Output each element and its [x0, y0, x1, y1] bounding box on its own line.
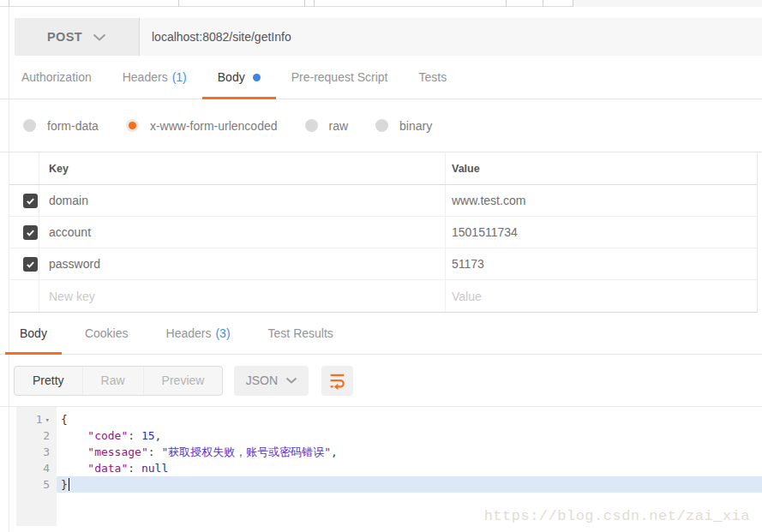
param-value-cell[interactable]: 51173 [446, 248, 757, 279]
params-table: Key Value domainwww.test.comaccount15015… [9, 152, 758, 313]
row-check-cell [9, 248, 39, 279]
wrap-lines-button[interactable] [321, 366, 353, 396]
body-mode-form-data[interactable]: form-data [23, 119, 99, 133]
response-toolbar: PrettyRawPreview JSON [0, 355, 762, 407]
tab-label: Pre-request Script [291, 70, 388, 84]
code-line-text: { [57, 411, 762, 427]
request-tab-body[interactable]: Body [202, 56, 276, 99]
code-line: 2 "code": 15, [0, 427, 762, 444]
request-tabs: AuthorizationHeaders(1)BodyPre-request S… [0, 56, 762, 99]
unsaved-dot-icon [253, 74, 261, 81]
fold-caret-icon[interactable]: ▾ [45, 415, 50, 424]
table-row: account1501511734 [9, 217, 757, 248]
row-check-cell [9, 217, 39, 248]
checkmark-icon [25, 195, 36, 206]
table-header-row: Key Value [9, 152, 757, 185]
method-selector[interactable]: POST [15, 18, 140, 56]
request-tab-pre-request-script[interactable]: Pre-request Script [276, 56, 404, 99]
text-cursor [69, 478, 69, 491]
row-checkbox[interactable] [23, 225, 38, 240]
line-number-text: 1 [36, 413, 43, 426]
token-p: , [155, 429, 162, 442]
radio-label: binary [399, 119, 432, 133]
tab-divider [9, 0, 9, 7]
token-n: 15 [141, 429, 155, 442]
line-number-text: 4 [43, 462, 50, 475]
code-line: 4 "data": null [0, 460, 762, 476]
request-tab-authorization[interactable]: Authorization [6, 56, 107, 99]
code-lines: 1▾{2 "code": 15,3 "message": "获取授权失败，账号或… [0, 407, 762, 493]
value-column-header: Value [446, 152, 757, 184]
line-number-text: 2 [43, 429, 50, 442]
row-checkbox[interactable] [23, 194, 38, 208]
tab-label: Body [218, 70, 245, 84]
body-mode-x-www-form-urlencoded[interactable]: x-www-form-urlencoded [126, 119, 278, 133]
body-mode-binary[interactable]: binary [375, 119, 432, 133]
response-tab-test-results[interactable]: Test Results [254, 313, 348, 354]
new-value-input[interactable]: Value [446, 280, 757, 312]
url-text: localhost:8082/site/getInfo [152, 30, 291, 44]
watermark-text: https://blog.csdn.net/zai_xia [484, 508, 750, 524]
tab-count-badge: (3) [215, 326, 230, 340]
new-value-placeholder: Value [452, 290, 482, 303]
code-line-text: } [57, 476, 762, 493]
tab-label: Headers [166, 326, 212, 340]
response-tabs: BodyCookiesHeaders(3)Test Results [0, 313, 762, 355]
param-value-cell[interactable]: www.test.com [446, 185, 757, 216]
new-key-placeholder: New key [49, 290, 95, 303]
tab-divider [506, 0, 507, 7]
token-s: "获取授权失败，账号或密码错误" [161, 445, 331, 460]
line-number: 3 [16, 444, 57, 460]
request-url-bar: POST localhost:8082/site/getInfo [15, 18, 762, 56]
method-label: POST [47, 30, 82, 44]
view-mode-preview[interactable]: Preview [143, 367, 223, 395]
tab-label: Test Results [268, 326, 333, 340]
url-input[interactable]: localhost:8082/site/getInfo [140, 18, 762, 56]
tab-divider [573, 0, 573, 7]
radio-icon [305, 119, 318, 132]
row-checkbox[interactable] [23, 257, 38, 272]
chevron-down-icon [93, 33, 106, 41]
token-p: : [128, 462, 141, 475]
radio-label: raw [329, 119, 349, 133]
code-line: 3 "message": "获取授权失败，账号或密码错误", [0, 444, 762, 460]
request-tab-tests[interactable]: Tests [404, 56, 463, 99]
token-p: : [128, 429, 141, 442]
token-k: "code" [87, 429, 128, 442]
body-mode-raw[interactable]: raw [305, 119, 349, 133]
token-p: } [61, 478, 68, 491]
request-tab-headers[interactable]: Headers(1) [107, 56, 202, 99]
tab-divider [543, 0, 543, 7]
token-p: { [61, 413, 68, 426]
param-key-cell[interactable]: account [39, 217, 446, 248]
header-check-cell [9, 152, 39, 184]
body-mode-selector: form-datax-www-form-urlencodedrawbinary [0, 99, 762, 152]
view-mode-group: PrettyRawPreview [14, 366, 223, 396]
new-key-input[interactable]: New key [39, 280, 446, 312]
format-label: JSON [246, 374, 278, 387]
tab-divider [314, 0, 315, 7]
tab-count-badge: (1) [172, 70, 187, 84]
view-mode-raw[interactable]: Raw [82, 367, 143, 395]
tab-label: Headers [123, 70, 168, 84]
tab-label: Tests [419, 70, 447, 84]
response-tab-headers[interactable]: Headers(3) [152, 313, 245, 354]
param-value-cell[interactable]: 1501511734 [446, 217, 757, 248]
format-dropdown[interactable]: JSON [234, 366, 309, 396]
key-column-header: Key [39, 152, 446, 184]
param-key-cell[interactable]: domain [39, 185, 446, 216]
token-p: , [331, 445, 338, 458]
param-key-cell[interactable]: password [39, 248, 446, 279]
token-p [61, 462, 87, 475]
view-mode-pretty[interactable]: Pretty [15, 367, 82, 395]
line-number-text: 3 [43, 445, 50, 458]
table-row: password51173 [9, 248, 757, 280]
checkmark-icon [25, 259, 36, 270]
token-p: : [148, 445, 162, 458]
line-number-text: 5 [43, 478, 50, 491]
response-tab-cookies[interactable]: Cookies [70, 313, 143, 354]
line-number: 4 [16, 460, 57, 476]
token-a: null [141, 462, 168, 475]
response-tab-body[interactable]: Body [5, 313, 62, 354]
row-check-cell [9, 185, 39, 216]
